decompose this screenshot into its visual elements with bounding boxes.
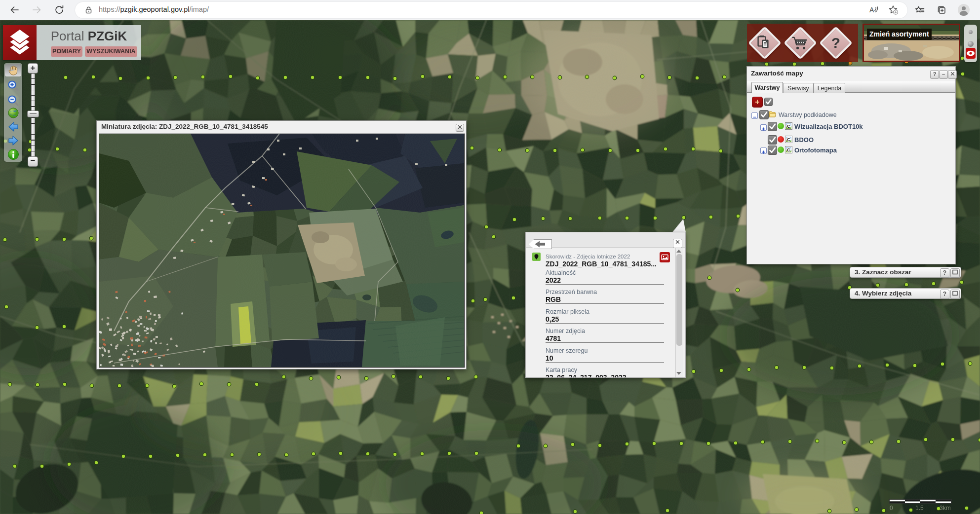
- svg-text:C: C: [787, 147, 790, 152]
- svg-text:1.5: 1.5: [915, 505, 924, 512]
- svg-text:3km: 3km: [940, 505, 951, 512]
- svg-text:C: C: [787, 137, 790, 142]
- svg-text:C: C: [787, 123, 790, 129]
- svg-text:A: A: [869, 6, 874, 14]
- svg-text:0: 0: [890, 505, 893, 512]
